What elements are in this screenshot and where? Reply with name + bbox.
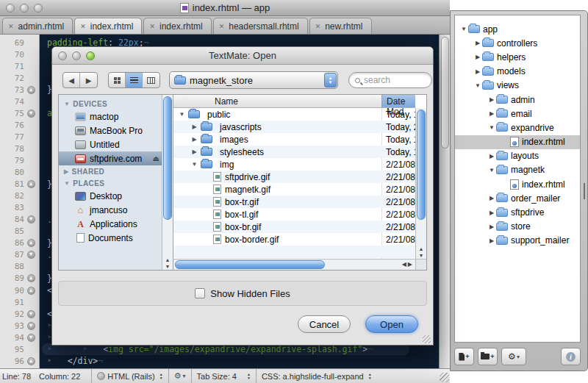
- search-input[interactable]: [364, 75, 423, 85]
- file-list-vscroll-arrows[interactable]: ▲▼: [416, 246, 426, 259]
- dialog-resize-grip[interactable]: [423, 335, 431, 343]
- tab-close-icon[interactable]: ✕: [149, 23, 155, 30]
- sidebar-scroll-arrows[interactable]: ▲▼: [162, 257, 173, 270]
- disclosure-triangle-icon[interactable]: ▼: [487, 167, 496, 173]
- disclosure-triangle-icon[interactable]: ▼: [178, 111, 186, 118]
- tree-item-index-rhtml[interactable]: index.rhtml: [455, 135, 580, 149]
- search-field[interactable]: [348, 72, 432, 88]
- folder-popup[interactable]: magnetk_store ▲▼: [169, 71, 338, 89]
- name-column-header[interactable]: Name: [215, 96, 238, 107]
- file-row-box-tl-gif[interactable]: box-tl.gif2/21/08: [173, 208, 415, 221]
- window-titlebar[interactable]: index.rhtml — app: [0, 0, 450, 16]
- tree-item-layouts[interactable]: ▶layouts: [455, 149, 580, 163]
- scope-selector[interactable]: CSS: a.highslide-full-expand ▲▼: [259, 372, 374, 381]
- tree-item-app[interactable]: ▼app: [455, 22, 580, 36]
- close-button[interactable]: [6, 4, 15, 12]
- editor-scrollbar-thumb[interactable]: [441, 37, 449, 148]
- zoom-button[interactable]: [34, 4, 43, 12]
- tree-item-index-rhtml[interactable]: index.rhtml: [455, 177, 580, 191]
- tab-admin-rhtml[interactable]: ✕admin.rhtml: [2, 18, 73, 34]
- file-row-magnetk-gif[interactable]: magnetk.gif2/21/08: [173, 183, 415, 196]
- sidebar-item-desktop[interactable]: Desktop: [59, 189, 162, 203]
- drawer-resize-handle[interactable]: [584, 183, 585, 199]
- open-button[interactable]: Open: [365, 315, 418, 333]
- disclosure-triangle-icon[interactable]: ▶: [190, 136, 198, 143]
- tab-new-rhtml[interactable]: ✕new.rhtml: [309, 18, 372, 34]
- disclosure-triangle-icon[interactable]: ▶: [487, 195, 496, 201]
- disclosure-triangle-icon[interactable]: ▶: [487, 110, 496, 117]
- tab-close-icon[interactable]: ✕: [219, 23, 225, 30]
- tree-item-expandrive[interactable]: ▼expandrive: [455, 121, 580, 135]
- new-folder-button[interactable]: +: [478, 348, 498, 365]
- sidebar-section-header[interactable]: ▼DEVICES: [59, 98, 162, 110]
- file-list-vscrollbar[interactable]: ▲▼: [415, 108, 426, 259]
- sidebar-section-header[interactable]: ▼PLACES: [59, 177, 162, 189]
- column-view-button[interactable]: [143, 73, 159, 87]
- tab-index-rhtml[interactable]: ✕index.rhtml: [74, 18, 142, 34]
- date-column-header[interactable]: Date Mod: [381, 95, 415, 107]
- forward-button[interactable]: ▶: [80, 73, 97, 87]
- disclosure-triangle-icon[interactable]: ▶: [190, 148, 198, 155]
- file-row-img[interactable]: ▼img2/21/08: [173, 158, 415, 171]
- language-selector[interactable]: HTML (Rails) ▲▼: [95, 372, 165, 381]
- tree-item-controllers[interactable]: ▶controllers: [455, 36, 580, 50]
- editor-scrollbar[interactable]: [439, 35, 450, 368]
- file-list-vscrollbar-thumb[interactable]: [417, 110, 426, 220]
- tab-close-icon[interactable]: ✕: [80, 23, 86, 30]
- file-list-hscrollbar[interactable]: ◀▶: [173, 259, 415, 270]
- disclosure-triangle-icon[interactable]: ▶: [487, 96, 496, 103]
- file-list-hscrollbar-thumb[interactable]: [175, 260, 325, 269]
- chevron-right-icon[interactable]: ▶: [64, 168, 69, 175]
- eject-icon[interactable]: ⏏: [153, 154, 159, 162]
- sidebar-item-untitled[interactable]: Untitled: [59, 137, 162, 151]
- disclosure-triangle-icon[interactable]: ▶: [487, 237, 496, 244]
- file-row-box-border-gif[interactable]: box-border.gif2/21/08: [173, 233, 415, 246]
- disclosure-triangle-icon[interactable]: ▼: [459, 26, 468, 32]
- tree-item-magnetk[interactable]: ▼magnetk: [455, 163, 580, 177]
- tree-item-admin[interactable]: ▶admin: [455, 93, 580, 107]
- tab-close-icon[interactable]: ✕: [315, 23, 321, 30]
- tree-item-support_mailer[interactable]: ▶support_mailer: [455, 234, 580, 248]
- disclosure-triangle-icon[interactable]: ▼: [487, 124, 496, 131]
- info-button[interactable]: i: [561, 348, 581, 365]
- disclosure-triangle-icon[interactable]: ▼: [473, 82, 482, 89]
- minimize-button[interactable]: [20, 4, 29, 12]
- disclosure-triangle-icon[interactable]: ▶: [473, 54, 482, 60]
- dialog-titlebar[interactable]: TextMate: Open: [52, 47, 433, 65]
- disclosure-triangle-icon[interactable]: ▶: [190, 124, 198, 130]
- icon-view-button[interactable]: [109, 73, 126, 87]
- cancel-button[interactable]: Cancel: [298, 315, 351, 333]
- disclosure-triangle-icon[interactable]: ▶: [487, 153, 496, 160]
- list-view-button[interactable]: [126, 73, 143, 87]
- disclosure-triangle-icon[interactable]: ▶: [487, 210, 496, 216]
- sidebar-item-jmancuso[interactable]: ⌂jmancuso: [59, 203, 162, 217]
- sidebar-item-macbook-pro[interactable]: MacBook Pro: [59, 124, 162, 137]
- chevron-down-icon[interactable]: ▼: [64, 101, 70, 107]
- file-row-public[interactable]: ▼publicToday, 1: [173, 108, 415, 121]
- tab-index-rhtml[interactable]: ✕index.rhtml: [143, 18, 211, 34]
- back-button[interactable]: ◀: [63, 73, 80, 87]
- tab-close-icon[interactable]: ✕: [8, 23, 14, 30]
- bundle-actions-button[interactable]: ⚙ ▾: [172, 371, 188, 381]
- tree-item-email[interactable]: ▶email: [455, 107, 580, 121]
- sidebar-section-header[interactable]: ▶SHARED: [59, 165, 162, 177]
- disclosure-triangle-icon[interactable]: ▶: [473, 68, 482, 75]
- file-row-stylesheets[interactable]: ▶stylesheetsToday, 1: [173, 146, 415, 158]
- sidebar-item-sftpdrive-com[interactable]: sftpdrive.com⏏: [59, 151, 162, 165]
- tree-item-sftpdrive[interactable]: ▶sftpdrive: [455, 205, 580, 219]
- sidebar-item-mactop[interactable]: mactop: [59, 110, 162, 124]
- file-row-sftpdrive-gif[interactable]: sftpdrive.gif2/21/08: [173, 171, 415, 183]
- actions-menu-button[interactable]: ⚙▾: [501, 348, 526, 365]
- sidebar-scrollbar-thumb[interactable]: [163, 96, 172, 220]
- file-list-hscroll-arrows[interactable]: ◀▶: [402, 261, 414, 268]
- disclosure-triangle-icon[interactable]: ▼: [190, 161, 198, 168]
- sidebar-item-applications[interactable]: AApplications: [59, 217, 162, 231]
- window-resize-grip[interactable]: [440, 373, 449, 382]
- file-row-images[interactable]: ▶imagesToday, 1: [173, 133, 415, 146]
- tab-headersmall-rhtml[interactable]: ✕headersmall.rhtml: [213, 18, 308, 34]
- tree-item-order_mailer[interactable]: ▶order_mailer: [455, 191, 580, 205]
- file-row-box-br-gif[interactable]: box-br.gif2/21/08: [173, 221, 415, 233]
- sidebar-scrollbar[interactable]: ▲▼: [162, 95, 173, 270]
- tab-size-selector[interactable]: Tab Size: 4 ▲▼: [195, 372, 253, 381]
- file-row-box-tr-gif[interactable]: box-tr.gif2/21/08: [173, 196, 415, 208]
